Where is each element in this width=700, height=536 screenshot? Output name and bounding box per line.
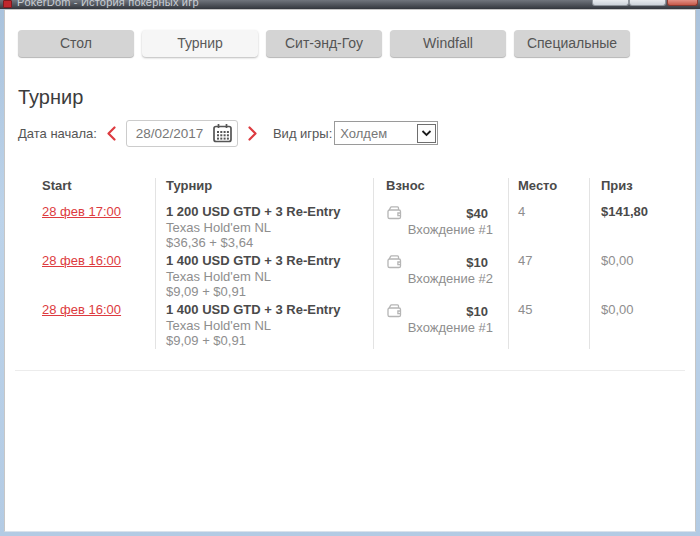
col-header-tournament: Турнир	[155, 178, 373, 202]
table-row-prize: $0,00	[589, 251, 683, 300]
wallet-icon	[386, 254, 403, 270]
table-row-start: 28 фев 16:00	[27, 300, 155, 349]
col-header-buyin: Взнос	[373, 178, 508, 202]
section-divider	[15, 370, 685, 371]
entry-number: Вхождение #2	[374, 270, 508, 287]
game-type-value: Холдем	[335, 126, 417, 141]
tab-sit-and-go[interactable]: Сит-энд-Гоу	[266, 30, 382, 57]
tab-tournament[interactable]: Турнир	[142, 30, 258, 57]
start-time-link[interactable]: 28 фев 16:00	[42, 302, 121, 317]
start-time-link[interactable]: 28 фев 17:00	[42, 204, 121, 219]
chevron-right-icon[interactable]	[247, 126, 258, 141]
tab-bar: Стол Турнир Сит-энд-Гоу Windfall Специал…	[18, 30, 630, 57]
tab-special[interactable]: Специальные	[514, 30, 630, 57]
entry-number: Вхождение #1	[374, 319, 508, 336]
table-row-buyin: $10 Вхождение #1	[373, 300, 508, 349]
col-header-prize: Приз	[589, 178, 683, 202]
table-row-tournament: 1 400 USD GTD + 3 Re-Entry Texas Hold'em…	[155, 300, 373, 349]
tournament-history-table: Start Турнир Взнос Место Приз 28 фев 17:…	[27, 178, 683, 349]
tournament-name: 1 400 USD GTD + 3 Re-Entry	[166, 253, 373, 269]
table-row-place: 45	[508, 300, 589, 349]
buyin-split: $36,36 + $3,64	[166, 235, 373, 250]
game-type: Texas Hold'em NL	[166, 220, 373, 235]
tournament-name: 1 200 USD GTD + 3 Re-Entry	[166, 204, 373, 220]
table-row-buyin: $10 Вхождение #2	[373, 251, 508, 300]
table-row-place: 47	[508, 251, 589, 300]
tab-windfall[interactable]: Windfall	[390, 30, 506, 57]
date-label: Дата начала:	[18, 126, 97, 141]
game-type: Texas Hold'em NL	[166, 318, 373, 333]
start-time-link[interactable]: 28 фев 16:00	[42, 253, 121, 268]
game-type-select[interactable]: Холдем	[334, 121, 438, 145]
app-icon	[3, 0, 12, 8]
wallet-icon	[386, 303, 403, 319]
buyin-amount: $10	[403, 304, 488, 319]
tournament-name: 1 400 USD GTD + 3 Re-Entry	[166, 302, 373, 318]
table-row-buyin: $40 Вхождение #1	[373, 202, 508, 251]
table-row-tournament: 1 200 USD GTD + 3 Re-Entry Texas Hold'em…	[155, 202, 373, 251]
page-title: Турнир	[18, 86, 83, 109]
buyin-amount: $10	[403, 255, 488, 270]
col-header-start: Start	[27, 178, 155, 202]
buyin-split: $9,09 + $0,91	[166, 333, 373, 348]
chevron-left-icon[interactable]	[106, 126, 117, 141]
dropdown-button[interactable]	[417, 124, 436, 143]
calendar-icon[interactable]	[212, 123, 233, 144]
maximize-button[interactable]	[629, 0, 666, 6]
close-button[interactable]	[667, 0, 698, 6]
application-window: PokerDom - История покерных игр Стол Тур…	[0, 0, 700, 536]
table-row-tournament: 1 400 USD GTD + 3 Re-Entry Texas Hold'em…	[155, 251, 373, 300]
buyin-split: $9,09 + $0,91	[166, 284, 373, 299]
wallet-icon	[386, 205, 403, 221]
window-title: PokerDom - История покерных игр	[17, 0, 199, 8]
table-row-prize: $0,00	[589, 300, 683, 349]
tab-table[interactable]: Стол	[18, 30, 134, 57]
table-row-start: 28 фев 17:00	[27, 202, 155, 251]
game-type: Texas Hold'em NL	[166, 269, 373, 284]
window-content: Стол Турнир Сит-энд-Гоу Windfall Специал…	[4, 9, 696, 532]
col-header-place: Место	[508, 178, 589, 202]
minimize-button[interactable]	[592, 0, 629, 6]
date-value: 28/02/2017	[127, 126, 212, 141]
date-input[interactable]: 28/02/2017	[126, 120, 238, 147]
table-row-prize: $141,80	[589, 202, 683, 251]
dropdown-arrow-icon	[421, 130, 432, 137]
game-type-label: Вид игры:	[273, 126, 332, 141]
table-row-start: 28 фев 16:00	[27, 251, 155, 300]
entry-number: Вхождение #1	[374, 221, 508, 238]
buyin-amount: $40	[403, 206, 488, 221]
table-row-place: 4	[508, 202, 589, 251]
filter-row: Дата начала: 28/02/2017	[18, 119, 438, 147]
